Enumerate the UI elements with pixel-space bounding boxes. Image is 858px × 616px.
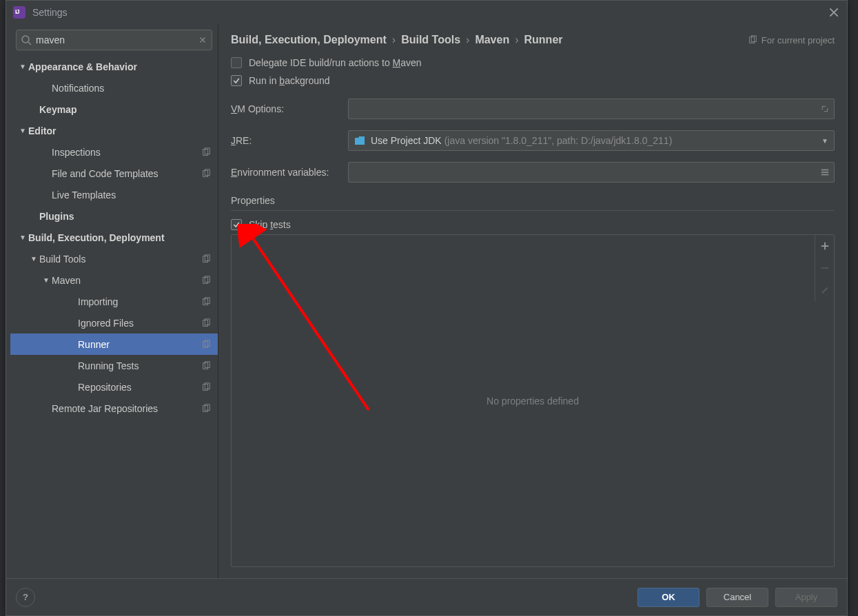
skip-tests-label: Skip tests bbox=[249, 219, 291, 230]
add-button[interactable] bbox=[815, 235, 835, 257]
copy-icon bbox=[201, 404, 211, 413]
main-panel: Build, Execution, Deployment›Build Tools… bbox=[218, 24, 847, 578]
copy-icon bbox=[201, 169, 211, 178]
copy-icon bbox=[201, 254, 211, 264]
copy-icon bbox=[201, 361, 211, 371]
svg-point-0 bbox=[22, 36, 29, 43]
tree-item-label: Inspections bbox=[52, 147, 201, 158]
breadcrumb-separator: › bbox=[392, 34, 396, 46]
copy-icon bbox=[201, 340, 211, 349]
remove-button[interactable] bbox=[815, 257, 835, 279]
copy-icon bbox=[201, 297, 211, 307]
tree-item[interactable]: Notifications bbox=[10, 77, 218, 99]
skip-tests-checkbox-row[interactable]: Skip tests bbox=[231, 219, 835, 230]
settings-tree[interactable]: ▼Appearance & BehaviorNotificationsKeyma… bbox=[10, 56, 218, 578]
tree-item[interactable]: Keymap bbox=[10, 99, 218, 120]
svg-rect-23 bbox=[821, 170, 829, 171]
chevron-down-icon: ▼ bbox=[821, 137, 828, 145]
tree-item[interactable]: Plugins bbox=[10, 205, 218, 227]
properties-toolbar bbox=[815, 235, 834, 301]
clear-icon[interactable] bbox=[198, 35, 207, 45]
tree-item-label: Keymap bbox=[39, 104, 211, 115]
svg-rect-24 bbox=[821, 172, 829, 173]
copy-icon bbox=[201, 318, 211, 328]
vm-options-row: VM Options: bbox=[231, 99, 835, 119]
tree-item[interactable]: Inspections bbox=[10, 141, 218, 163]
copy-icon bbox=[748, 35, 757, 45]
tree-item-label: Importing bbox=[78, 296, 201, 307]
window-title: Settings bbox=[32, 7, 68, 18]
copy-icon bbox=[201, 276, 211, 285]
copy-icon bbox=[201, 382, 211, 392]
titlebar: Settings bbox=[6, 1, 847, 24]
jre-select[interactable]: Use Project JDK (java version "1.8.0_211… bbox=[348, 130, 835, 151]
cancel-button[interactable]: Cancel bbox=[706, 588, 768, 607]
tree-item-label: Live Templates bbox=[52, 189, 211, 201]
ok-button[interactable]: OK bbox=[637, 588, 699, 607]
properties-empty-text: No properties defined bbox=[487, 396, 579, 407]
jre-detail: (java version "1.8.0_211", path: D:/java… bbox=[445, 135, 673, 146]
close-icon[interactable] bbox=[828, 6, 840, 19]
jre-row: JRE: Use Project JDK (java version "1.8.… bbox=[231, 130, 835, 151]
expand-icon[interactable] bbox=[820, 104, 830, 114]
sidebar: ▼Appearance & BehaviorNotificationsKeyma… bbox=[10, 24, 218, 578]
tree-item[interactable]: Remote Jar Repositories bbox=[10, 398, 218, 419]
search-field[interactable] bbox=[16, 30, 212, 50]
tree-item[interactable]: ▼Build, Execution, Deployment bbox=[10, 227, 218, 248]
env-field[interactable] bbox=[348, 162, 835, 183]
help-button[interactable]: ? bbox=[16, 588, 35, 607]
breadcrumb-separator: › bbox=[466, 34, 469, 46]
properties-table[interactable]: No properties defined bbox=[231, 234, 835, 567]
chevron-down-icon: ▼ bbox=[41, 276, 52, 284]
tree-item-label: Maven bbox=[52, 275, 201, 286]
app-icon bbox=[13, 6, 25, 19]
jre-label: JRE: bbox=[231, 135, 348, 146]
delegate-checkbox-row[interactable]: Delegate IDE build/run actions to Maven bbox=[231, 57, 835, 68]
tree-item[interactable]: Running Tests bbox=[10, 355, 218, 376]
tree-item-label: Running Tests bbox=[78, 360, 201, 371]
search-input[interactable] bbox=[36, 34, 198, 45]
chevron-down-icon: ▼ bbox=[17, 63, 28, 70]
tree-item-label: Appearance & Behavior bbox=[28, 61, 211, 72]
tree-item-label: Ignored Files bbox=[78, 318, 201, 329]
dialog-footer: ? OK Cancel Apply bbox=[6, 578, 847, 615]
tree-item[interactable]: Ignored Files bbox=[10, 312, 218, 333]
breadcrumb-segment[interactable]: Build, Execution, Deployment bbox=[231, 34, 387, 46]
apply-button[interactable]: Apply bbox=[775, 588, 837, 607]
copy-icon bbox=[201, 147, 211, 157]
tree-item[interactable]: ▼Appearance & Behavior bbox=[10, 56, 218, 77]
tree-item[interactable]: Runner bbox=[10, 333, 218, 355]
tree-item[interactable]: File and Code Templates bbox=[10, 163, 218, 184]
tree-item-label: Build Tools bbox=[39, 254, 201, 265]
chevron-down-icon: ▼ bbox=[17, 127, 28, 134]
settings-dialog: Settings ▼Appearance & BehaviorNotificat… bbox=[6, 0, 848, 616]
tree-item-label: Plugins bbox=[39, 211, 211, 222]
tree-item[interactable]: Importing bbox=[10, 291, 218, 312]
breadcrumb-segment[interactable]: Build Tools bbox=[401, 34, 460, 46]
tree-item-label: Runner bbox=[78, 339, 201, 350]
run-background-checkbox-row[interactable]: Run in background bbox=[231, 75, 835, 86]
list-icon[interactable] bbox=[820, 167, 830, 177]
tree-item[interactable]: ▼Editor bbox=[10, 120, 218, 141]
edit-button[interactable] bbox=[815, 279, 835, 301]
tree-item[interactable]: Live Templates bbox=[10, 184, 218, 205]
checkbox-checked-icon[interactable] bbox=[231, 75, 242, 86]
tree-item[interactable]: ▼Maven bbox=[10, 269, 218, 291]
breadcrumb-segment: Runner bbox=[524, 34, 563, 46]
chevron-down-icon: ▼ bbox=[17, 234, 28, 241]
chevron-down-icon: ▼ bbox=[28, 255, 39, 263]
vm-options-field[interactable] bbox=[348, 99, 835, 119]
breadcrumb-segment[interactable]: Maven bbox=[475, 34, 509, 46]
tree-item[interactable]: Repositories bbox=[10, 376, 218, 398]
breadcrumb: Build, Execution, Deployment›Build Tools… bbox=[231, 34, 563, 46]
checkbox-checked-icon[interactable] bbox=[231, 219, 242, 230]
folder-icon bbox=[354, 136, 365, 145]
tree-item-label: Notifications bbox=[52, 83, 211, 94]
run-background-label: Run in background bbox=[249, 75, 330, 86]
search-icon bbox=[21, 34, 32, 45]
tree-item[interactable]: ▼Build Tools bbox=[10, 248, 218, 269]
scope-label: For current project bbox=[762, 35, 835, 45]
checkbox-unchecked-icon[interactable] bbox=[231, 57, 242, 68]
svg-rect-25 bbox=[821, 174, 829, 176]
tree-item-label: Repositories bbox=[78, 382, 201, 393]
